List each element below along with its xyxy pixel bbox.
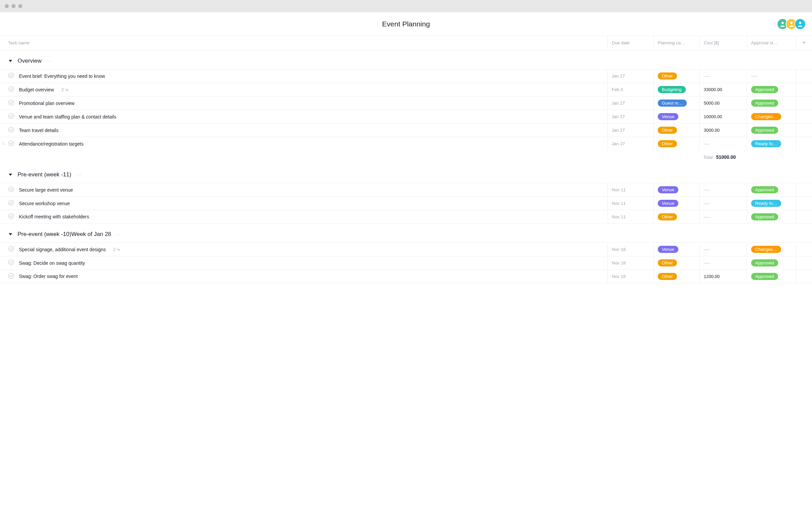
collapse-icon[interactable] bbox=[8, 59, 13, 63]
cost-cell[interactable]: 3000.00 bbox=[699, 124, 747, 137]
cost-cell[interactable]: 5000.00 bbox=[699, 96, 747, 110]
window-zoom-dot[interactable] bbox=[18, 4, 22, 8]
planning-category-cell[interactable]: Other bbox=[653, 270, 699, 283]
due-date-cell[interactable]: Nov 11 bbox=[607, 183, 653, 196]
due-date-cell[interactable]: Jan 27 bbox=[607, 69, 653, 83]
cost-cell[interactable]: — bbox=[699, 197, 747, 210]
cost-cell[interactable]: — bbox=[699, 210, 747, 223]
column-planning-category[interactable]: Planning ca… bbox=[653, 36, 699, 50]
planning-category-cell[interactable]: Budgeting bbox=[653, 83, 699, 96]
complete-task-icon[interactable] bbox=[8, 200, 14, 207]
task-row[interactable]: Swag: Decide on swag quantityNov 18Other… bbox=[0, 256, 812, 269]
task-row[interactable]: Secure large event venueNov 11Venue—Appr… bbox=[0, 183, 812, 196]
column-task-name[interactable]: Task name bbox=[0, 40, 607, 45]
section-header[interactable]: Pre-event (week -11)··· bbox=[0, 171, 812, 178]
collapse-icon[interactable] bbox=[8, 173, 13, 176]
complete-task-icon[interactable] bbox=[8, 113, 14, 120]
collaborator-avatars[interactable] bbox=[780, 18, 806, 30]
cost-cell[interactable]: — bbox=[699, 243, 747, 256]
planning-category-cell[interactable]: Guest m… bbox=[653, 96, 699, 110]
task-name-cell[interactable]: ⠿Attendance/registration targets bbox=[0, 137, 607, 150]
task-name-cell[interactable]: Swag: Decide on swag quantity bbox=[0, 256, 607, 269]
section-more-icon[interactable]: ··· bbox=[116, 232, 121, 237]
task-name-cell[interactable]: Promotional plan overview bbox=[0, 96, 607, 110]
cost-cell[interactable]: — bbox=[699, 137, 747, 150]
task-row[interactable]: Secure workshop venueNov 11Venue—Ready f… bbox=[0, 196, 812, 210]
subtask-count[interactable]: 2 bbox=[113, 247, 122, 252]
complete-task-icon[interactable] bbox=[8, 213, 14, 220]
task-row[interactable]: Budget overview2 Feb 3Budgeting33000.00A… bbox=[0, 83, 812, 96]
section-header[interactable]: Overview··· bbox=[0, 58, 812, 64]
due-date-cell[interactable]: Nov 18 bbox=[607, 270, 653, 283]
section-more-icon[interactable]: ··· bbox=[76, 172, 82, 177]
due-date-cell[interactable]: Nov 18 bbox=[607, 243, 653, 256]
due-date-cell[interactable]: Jan 27 bbox=[607, 96, 653, 110]
task-name-cell[interactable]: Swag: Order swag for event bbox=[0, 270, 607, 283]
section-more-icon[interactable]: ··· bbox=[46, 58, 52, 64]
approval-status-cell[interactable]: Ready fo… bbox=[747, 137, 796, 150]
planning-category-cell[interactable]: Other bbox=[653, 137, 699, 150]
complete-task-icon[interactable] bbox=[8, 186, 14, 193]
cost-cell[interactable]: — bbox=[699, 256, 747, 269]
subtask-count[interactable]: 2 bbox=[62, 87, 70, 92]
approval-status-cell[interactable]: Changes… bbox=[747, 110, 796, 123]
approval-status-cell[interactable]: Ready fo… bbox=[747, 197, 796, 210]
task-name-cell[interactable]: Team travel details bbox=[0, 124, 607, 137]
cost-cell[interactable]: — bbox=[699, 183, 747, 196]
due-date-cell[interactable]: Jan 27 bbox=[607, 124, 653, 137]
window-close-dot[interactable] bbox=[5, 4, 9, 8]
task-name-cell[interactable]: Special signage, additional event design… bbox=[0, 243, 607, 256]
task-name-cell[interactable]: Budget overview2 bbox=[0, 83, 607, 96]
collapse-icon[interactable] bbox=[8, 233, 13, 236]
complete-task-icon[interactable] bbox=[8, 273, 14, 280]
complete-task-icon[interactable] bbox=[8, 127, 14, 134]
complete-task-icon[interactable] bbox=[8, 140, 14, 147]
add-column-button[interactable]: + bbox=[796, 36, 812, 50]
planning-category-cell[interactable]: Other bbox=[653, 69, 699, 83]
approval-status-cell[interactable]: Approved bbox=[747, 96, 796, 110]
column-cost[interactable]: Cost [$] bbox=[699, 36, 747, 50]
approval-status-cell[interactable]: Approved bbox=[747, 83, 796, 96]
task-name-cell[interactable]: Kickoff meeting with stakeholders bbox=[0, 210, 607, 223]
section-header[interactable]: Pre-event (week -10)Week of Jan 28··· bbox=[0, 231, 812, 238]
complete-task-icon[interactable] bbox=[8, 86, 14, 93]
planning-category-cell[interactable]: Other bbox=[653, 256, 699, 269]
approval-status-cell[interactable]: Approved bbox=[747, 270, 796, 283]
task-row[interactable]: Event brief: Everything you need to know… bbox=[0, 69, 812, 83]
planning-category-cell[interactable]: Venue bbox=[653, 183, 699, 196]
due-date-cell[interactable]: Jan 27 bbox=[607, 110, 653, 123]
task-name-cell[interactable]: Secure large event venue bbox=[0, 183, 607, 196]
due-date-cell[interactable]: Feb 3 bbox=[607, 83, 653, 96]
approval-status-cell[interactable]: Approved bbox=[747, 256, 796, 269]
due-date-cell[interactable]: Nov 11 bbox=[607, 210, 653, 223]
avatar[interactable] bbox=[794, 18, 806, 30]
task-row[interactable]: Special signage, additional event design… bbox=[0, 242, 812, 256]
column-approval-status[interactable]: Approval st… bbox=[747, 36, 796, 50]
task-row[interactable]: Swag: Order swag for eventNov 18Other120… bbox=[0, 269, 812, 283]
approval-status-cell[interactable]: Approved bbox=[747, 210, 796, 223]
cost-cell[interactable]: 33000.00 bbox=[699, 83, 747, 96]
task-row[interactable]: Kickoff meeting with stakeholdersNov 11O… bbox=[0, 210, 812, 223]
due-date-cell[interactable]: Nov 18 bbox=[607, 256, 653, 269]
window-minimize-dot[interactable] bbox=[12, 4, 16, 8]
task-row[interactable]: ⠿Attendance/registration targetsJan 27Ot… bbox=[0, 137, 812, 150]
complete-task-icon[interactable] bbox=[8, 246, 14, 253]
complete-task-icon[interactable] bbox=[8, 259, 14, 266]
approval-status-cell[interactable]: Approved bbox=[747, 183, 796, 196]
planning-category-cell[interactable]: Venue bbox=[653, 197, 699, 210]
task-name-cell[interactable]: Venue and team staffing plan & contact d… bbox=[0, 110, 607, 123]
cost-cell[interactable]: — bbox=[699, 69, 747, 83]
task-row[interactable]: Venue and team staffing plan & contact d… bbox=[0, 110, 812, 123]
task-name-cell[interactable]: Event brief: Everything you need to know bbox=[0, 69, 607, 83]
approval-status-cell[interactable]: Approved bbox=[747, 124, 796, 137]
planning-category-cell[interactable]: Other bbox=[653, 210, 699, 223]
column-due-date[interactable]: Due date bbox=[607, 36, 653, 50]
due-date-cell[interactable]: Jan 27 bbox=[607, 137, 653, 150]
planning-category-cell[interactable]: Venue bbox=[653, 110, 699, 123]
approval-status-cell[interactable]: — bbox=[747, 69, 796, 83]
task-row[interactable]: Promotional plan overviewJan 27Guest m…5… bbox=[0, 96, 812, 110]
task-name-cell[interactable]: Secure workshop venue bbox=[0, 197, 607, 210]
complete-task-icon[interactable] bbox=[8, 100, 14, 107]
cost-cell[interactable]: 10000.00 bbox=[699, 110, 747, 123]
approval-status-cell[interactable]: Changes… bbox=[747, 243, 796, 256]
